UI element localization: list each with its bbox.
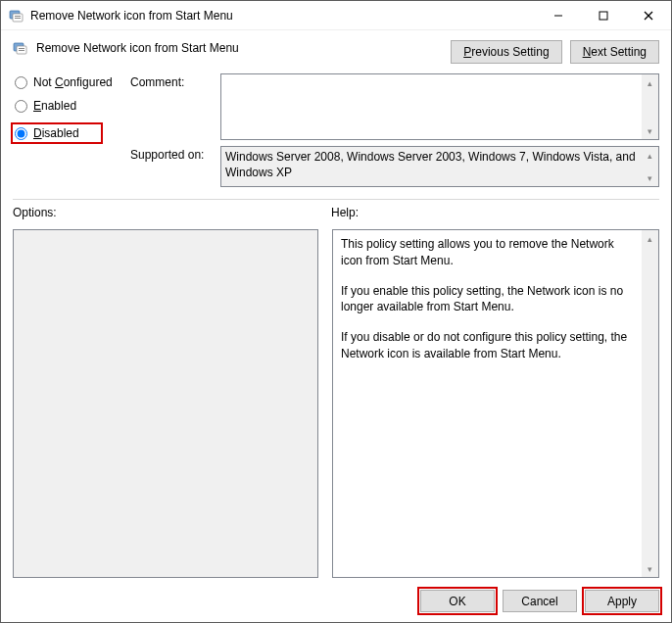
options-label: Options: — [13, 206, 331, 219]
comment-value[interactable] — [221, 74, 642, 139]
separator — [13, 199, 659, 200]
policy-title: Remove Network icon from Start Menu — [36, 41, 239, 55]
help-scrollbar[interactable]: ▴ ▾ — [642, 230, 658, 577]
supported-on-box: Windows Server 2008, Windows Server 2003… — [220, 146, 659, 187]
radio-enabled[interactable]: Enabled — [13, 99, 130, 113]
previous-setting-button[interactable]: Previous Setting — [451, 40, 561, 64]
help-paragraph: If you enable this policy setting, the N… — [341, 283, 634, 316]
close-button[interactable] — [626, 1, 671, 29]
ok-button[interactable]: OK — [420, 590, 495, 612]
app-icon — [9, 8, 24, 24]
scroll-down-icon[interactable]: ▾ — [642, 122, 658, 139]
svg-rect-2 — [15, 16, 21, 17]
help-label: Help: — [331, 206, 659, 219]
scroll-up-icon[interactable]: ▴ — [642, 74, 658, 91]
comment-textarea[interactable]: ▴ ▾ — [220, 73, 659, 140]
svg-rect-11 — [19, 50, 24, 51]
options-help-panes: This policy setting allows you to remove… — [1, 223, 671, 582]
supported-scrollbar[interactable]: ▴ ▾ — [642, 147, 658, 186]
help-paragraph: This policy setting allows you to remove… — [341, 236, 634, 269]
svg-rect-10 — [19, 48, 24, 49]
window-controls — [536, 1, 671, 29]
state-radio-group: Not Configured Enabled Disabled — [13, 73, 130, 187]
dialog-buttons: OK Cancel Apply — [1, 582, 671, 622]
minimize-button[interactable] — [536, 1, 581, 29]
policy-icon — [13, 40, 28, 56]
supported-on-value: Windows Server 2008, Windows Server 2003… — [221, 147, 642, 186]
help-content: This policy setting allows you to remove… — [333, 230, 642, 577]
options-content — [14, 230, 317, 577]
window-title: Remove Network icon from Start Menu — [30, 9, 536, 23]
radio-enabled-input[interactable] — [15, 100, 27, 113]
svg-rect-3 — [15, 18, 21, 19]
radio-not-configured-input[interactable] — [15, 76, 27, 89]
options-pane — [13, 229, 318, 578]
scroll-up-icon[interactable]: ▴ — [642, 230, 658, 247]
svg-rect-5 — [600, 12, 607, 20]
comment-scrollbar[interactable]: ▴ ▾ — [642, 74, 658, 139]
cancel-button[interactable]: Cancel — [503, 590, 577, 612]
radio-disabled[interactable]: Disabled — [11, 122, 103, 144]
scroll-down-icon[interactable]: ▾ — [642, 560, 658, 577]
options-help-headers: Options: Help: — [1, 204, 671, 223]
help-paragraph: If you disable or do not configure this … — [341, 329, 634, 362]
maximize-button[interactable] — [581, 1, 626, 29]
radio-disabled-input[interactable] — [15, 127, 27, 140]
subheader: Remove Network icon from Start Menu Prev… — [1, 30, 671, 70]
policy-state-section: Not Configured Enabled Disabled Comment:… — [1, 70, 671, 195]
titlebar: Remove Network icon from Start Menu — [1, 1, 671, 30]
supported-on-label: Supported on: — [130, 146, 220, 162]
next-setting-button[interactable]: Next Setting — [570, 40, 659, 64]
apply-button[interactable]: Apply — [585, 590, 659, 612]
gpo-policy-dialog: Remove Network icon from Start Menu — [0, 0, 672, 623]
comment-label: Comment: — [130, 73, 220, 89]
radio-not-configured[interactable]: Not Configured — [13, 75, 130, 89]
scroll-up-icon[interactable]: ▴ — [642, 147, 658, 164]
scroll-down-icon[interactable]: ▾ — [642, 169, 658, 186]
help-pane: This policy setting allows you to remove… — [332, 229, 659, 578]
